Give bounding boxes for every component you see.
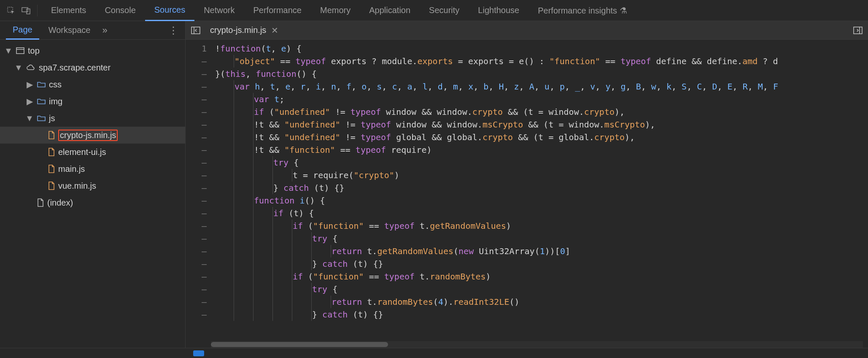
code-line[interactable]: if ("undefined" != typeof window && wind… bbox=[215, 106, 868, 118]
folder-icon bbox=[37, 115, 46, 122]
file-icon bbox=[48, 148, 55, 156]
tree-file-vue-min-js[interactable]: vue.min.js bbox=[0, 177, 185, 194]
tree-domain[interactable]: ▼ spa7.scrape.center bbox=[0, 59, 185, 76]
open-file-tab-label: crypto-js.min.js bbox=[210, 25, 266, 35]
file-icon bbox=[48, 165, 55, 173]
code-line[interactable]: return t.getRandomValues(new Uint32Array… bbox=[215, 245, 868, 258]
toolbar-tab-sources[interactable]: Sources bbox=[145, 0, 194, 21]
chevron-down-icon: ▼ bbox=[14, 63, 23, 73]
folder-label: img bbox=[49, 97, 62, 106]
code-line[interactable]: t = require("crypto") bbox=[215, 169, 868, 182]
file-label: element-ui.js bbox=[58, 147, 106, 157]
code-line[interactable]: !t && "undefined" != typeof global && gl… bbox=[215, 131, 868, 144]
code-line[interactable]: }(this, function() { bbox=[215, 68, 868, 80]
tree-folder-img[interactable]: ▶img bbox=[0, 93, 185, 110]
code-line[interactable]: var h, t, e, r, i, n, f, o, s, c, a, l, … bbox=[215, 80, 868, 93]
toolbar-separator bbox=[37, 5, 38, 16]
toolbar-tab-lighthouse[interactable]: Lighthouse bbox=[469, 0, 528, 21]
inspect-icon[interactable] bbox=[4, 4, 18, 17]
tree-folder-css[interactable]: ▶css bbox=[0, 76, 185, 93]
tree-index-label: (index) bbox=[47, 198, 73, 208]
chevron-right-icon: ▶ bbox=[25, 79, 34, 90]
toolbar-tab-performance[interactable]: Performance bbox=[244, 0, 311, 21]
code-line[interactable]: if ("function" == typeof t.getRandomValu… bbox=[215, 220, 868, 232]
toolbar-tabs: ElementsConsoleSourcesNetworkPerformance… bbox=[42, 0, 636, 21]
svg-rect-1 bbox=[22, 8, 28, 12]
status-bar bbox=[0, 348, 868, 358]
tree-file-main-js[interactable]: main.js bbox=[0, 160, 185, 177]
cloud-icon bbox=[26, 64, 35, 71]
chevron-right-icon: ▶ bbox=[25, 96, 34, 106]
horizontal-scrollbar[interactable] bbox=[211, 341, 863, 348]
tree-root-top[interactable]: ▼ top bbox=[0, 42, 185, 59]
file-label: main.js bbox=[58, 164, 85, 174]
toggle-navigator-icon[interactable] bbox=[190, 24, 202, 36]
tree-domain-label: spa7.scrape.center bbox=[39, 63, 111, 73]
file-navigator: ▼ top ▼ spa7.scrape.center ▶css▶img▼jscr… bbox=[0, 40, 186, 348]
folder-icon bbox=[37, 81, 46, 88]
kebab-menu-icon[interactable]: ⋮ bbox=[165, 24, 182, 36]
open-file-tab[interactable]: crypto-js.min.js ✕ bbox=[208, 25, 281, 35]
folder-label: js bbox=[49, 114, 55, 123]
code-line[interactable]: !function(t, e) { bbox=[215, 42, 868, 55]
code-line[interactable]: } catch (t) {} bbox=[215, 258, 868, 270]
sources-left-subtoolbar: Page Workspace » ⋮ bbox=[0, 21, 186, 39]
code-line[interactable]: try { bbox=[215, 283, 868, 296]
folder-icon bbox=[37, 98, 46, 105]
code-editor[interactable]: 1––––––––––––––––––––– !function(t, e) {… bbox=[186, 40, 868, 348]
toolbar-tab-memory[interactable]: Memory bbox=[311, 0, 360, 21]
more-subtabs-icon[interactable]: » bbox=[100, 25, 110, 36]
toolbar-tab-elements[interactable]: Elements bbox=[42, 0, 95, 21]
code-line[interactable]: !t && "function" == typeof require) bbox=[215, 144, 868, 156]
sources-editor-toolbar: crypto-js.min.js ✕ bbox=[186, 21, 868, 39]
code-line[interactable]: try { bbox=[215, 156, 868, 169]
file-icon bbox=[48, 131, 55, 139]
devtools-toolbar: ElementsConsoleSourcesNetworkPerformance… bbox=[0, 0, 868, 21]
toolbar-tab-network[interactable]: Network bbox=[194, 0, 244, 21]
code-line[interactable]: } catch (t) {} bbox=[215, 182, 868, 194]
subtab-workspace[interactable]: Workspace bbox=[42, 21, 97, 40]
code-line[interactable]: } catch (t) {} bbox=[215, 308, 868, 321]
toggle-debugger-icon[interactable] bbox=[852, 24, 864, 36]
file-label: vue.min.js bbox=[58, 181, 96, 191]
secondary-toolbar: Page Workspace » ⋮ crypto-js.min.js ✕ bbox=[0, 21, 868, 40]
code-line[interactable]: "object" == typeof exports ? module.expo… bbox=[215, 55, 868, 68]
svg-rect-7 bbox=[16, 48, 24, 54]
code-line[interactable]: if ("function" == typeof t.randomBytes) bbox=[215, 270, 868, 283]
toolbar-tab-application[interactable]: Application bbox=[360, 0, 420, 21]
code-line[interactable]: function i() { bbox=[215, 194, 868, 207]
chevron-down-icon: ▼ bbox=[25, 114, 34, 123]
code-line[interactable]: var t; bbox=[215, 93, 868, 106]
code-line[interactable]: !t && "undefined" != typeof window && wi… bbox=[215, 118, 868, 131]
file-icon bbox=[37, 198, 44, 207]
toolbar-tab-performance-insights-[interactable]: Performance insights ⚗ bbox=[528, 0, 636, 21]
code-content[interactable]: !function(t, e) {"object" == typeof expo… bbox=[211, 40, 868, 321]
toolbar-tab-console[interactable]: Console bbox=[95, 0, 145, 21]
sources-body: ▼ top ▼ spa7.scrape.center ▶css▶img▼jscr… bbox=[0, 40, 868, 348]
folder-label: css bbox=[49, 80, 62, 90]
toolbar-tab-security[interactable]: Security bbox=[420, 0, 469, 21]
svg-rect-2 bbox=[27, 9, 30, 14]
tree-root-label: top bbox=[28, 46, 40, 56]
device-toggle-icon[interactable] bbox=[19, 4, 33, 17]
close-tab-icon[interactable]: ✕ bbox=[271, 25, 278, 35]
tree-index[interactable]: (index) bbox=[0, 194, 185, 211]
code-line[interactable]: if (t) { bbox=[215, 207, 868, 220]
subtab-page[interactable]: Page bbox=[6, 21, 39, 40]
chevron-down-icon: ▼ bbox=[4, 46, 13, 56]
code-line[interactable]: return t.randomBytes(4).readInt32LE() bbox=[215, 296, 868, 308]
scrollbar-thumb[interactable] bbox=[211, 342, 388, 347]
file-icon bbox=[48, 182, 55, 190]
code-line[interactable]: try { bbox=[215, 232, 868, 245]
tree-file-crypto-js-min-js[interactable]: crypto-js.min.js bbox=[0, 127, 185, 144]
window-icon bbox=[16, 47, 24, 54]
line-gutter: 1––––––––––––––––––––– bbox=[186, 40, 211, 321]
file-label: crypto-js.min.js bbox=[58, 130, 118, 141]
tree-folder-js[interactable]: ▼js bbox=[0, 110, 185, 127]
status-indicator[interactable] bbox=[193, 350, 204, 356]
tree-file-element-ui-js[interactable]: element-ui.js bbox=[0, 144, 185, 160]
